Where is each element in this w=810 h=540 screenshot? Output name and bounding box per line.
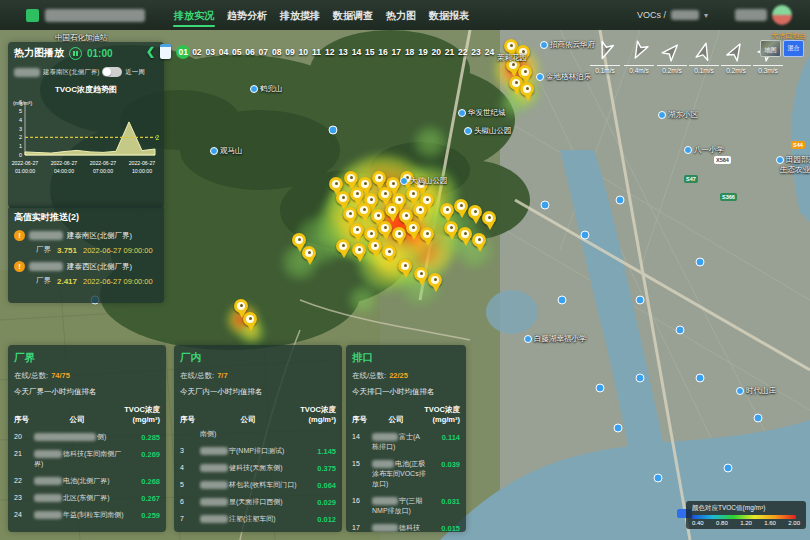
- poi-dot[interactable]: [636, 296, 645, 305]
- row-company: 电池(正极涂布车间VOCs排放口): [372, 459, 426, 489]
- pause-icon[interactable]: [69, 47, 82, 60]
- legend-tick: 0.80: [716, 520, 728, 526]
- table-row[interactable]: 21德科技(车间南侧厂界)0.269: [14, 449, 160, 469]
- wind-indicator-5: 0.2m/s: [721, 42, 751, 74]
- timeline-prev-icon[interactable]: ❮: [146, 45, 155, 58]
- map-pin[interactable]: [420, 227, 436, 248]
- map-mode-混合[interactable]: 混合: [783, 40, 804, 57]
- poi-dot[interactable]: [636, 374, 645, 383]
- nav-item-数据调查[interactable]: 数据调查: [330, 1, 376, 29]
- poi-dot[interactable]: [654, 474, 663, 483]
- push-item-1[interactable]: !建泰南区(北侧厂界)厂界3.7512022-06-27 09:00:00: [14, 230, 164, 255]
- avatar[interactable]: [772, 5, 792, 25]
- poi-dot[interactable]: [614, 424, 623, 433]
- online-label: 在线/总数:: [180, 371, 214, 380]
- vocs-selected-value-redacted[interactable]: [671, 10, 699, 20]
- map-pin[interactable]: [428, 273, 444, 294]
- hour-05[interactable]: 05: [230, 45, 243, 59]
- hour-20[interactable]: 20: [430, 45, 443, 59]
- hour-19[interactable]: 19: [416, 45, 429, 59]
- table-row[interactable]: 5林包装(收料车间门口)0.064: [180, 480, 336, 490]
- hour-06[interactable]: 06: [243, 45, 256, 59]
- table-row[interactable]: 15电池(正极涂布车间VOCs排放口)0.039: [352, 459, 460, 489]
- topbar-right: VOCs / ▾: [637, 5, 792, 25]
- push-item-2[interactable]: !建泰西区(北侧厂界)厂界2.4172022-06-27 09:00:00: [14, 261, 164, 286]
- table-row[interactable]: 7注塑(注塑车间)0.012: [180, 514, 336, 524]
- map-pin[interactable]: [302, 246, 318, 267]
- map-pin[interactable]: [382, 245, 398, 266]
- hour-02[interactable]: 02: [190, 45, 203, 59]
- hour-10[interactable]: 10: [297, 45, 310, 59]
- wind-speed-label: 0.3m/s: [753, 65, 783, 74]
- map-pin[interactable]: [482, 211, 498, 232]
- nav-item-排放实况[interactable]: 排放实况: [171, 1, 217, 29]
- table-row[interactable]: 3宇(NMP排口测试)1.145: [180, 446, 336, 456]
- svg-text:2022-06-27: 2022-06-27: [51, 160, 78, 166]
- hour-22[interactable]: 22: [456, 45, 469, 59]
- wind-indicator-3: 0.2m/s: [657, 42, 687, 74]
- wind-indicator-4: 0.1m/s: [689, 42, 719, 74]
- poi-dot[interactable]: [676, 326, 685, 335]
- poi-dot[interactable]: [541, 201, 550, 210]
- hour-01[interactable]: 01: [176, 45, 190, 59]
- push-value: 2.417: [57, 277, 77, 286]
- nav-item-热力图[interactable]: 热力图: [383, 1, 419, 29]
- poi-dot[interactable]: [596, 384, 605, 393]
- hour-18[interactable]: 18: [403, 45, 416, 59]
- push-time: 2022-06-27 09:00:00: [83, 246, 153, 255]
- map-pin[interactable]: [398, 259, 414, 280]
- row-no: 21: [14, 449, 34, 457]
- table-row[interactable]: 23北区(东侧厂界)0.267: [14, 493, 160, 503]
- hour-09[interactable]: 09: [283, 45, 296, 59]
- nav-item-排放摸排[interactable]: 排放摸排: [277, 1, 323, 29]
- hour-13[interactable]: 13: [336, 45, 349, 59]
- chevron-down-icon[interactable]: ▾: [704, 11, 708, 20]
- map-mode-地图[interactable]: 地图: [760, 40, 781, 57]
- hour-17[interactable]: 17: [390, 45, 403, 59]
- hour-14[interactable]: 14: [350, 45, 363, 59]
- nav-item-数据报表[interactable]: 数据报表: [426, 1, 472, 29]
- week-range-toggle[interactable]: [102, 67, 122, 77]
- hour-16[interactable]: 16: [376, 45, 389, 59]
- poi-dot[interactable]: [724, 464, 733, 473]
- hour-24[interactable]: 24: [483, 45, 496, 59]
- hour-12[interactable]: 12: [323, 45, 336, 59]
- table-row[interactable]: 4健科技(天面东侧)0.375: [180, 463, 336, 473]
- hour-21[interactable]: 21: [443, 45, 456, 59]
- poi-dot[interactable]: [329, 126, 338, 135]
- map-pin[interactable]: [472, 233, 488, 254]
- poi-dot[interactable]: [581, 231, 590, 240]
- table-row[interactable]: 16宇(三期NMP排放口)0.031: [352, 496, 460, 516]
- hour-08[interactable]: 08: [270, 45, 283, 59]
- table-row[interactable]: 14富士(A栋排口)0.114: [352, 432, 460, 452]
- poi-dot[interactable]: [696, 374, 705, 383]
- table-row[interactable]: 6显(天面排口西侧)0.029: [180, 497, 336, 507]
- table-row[interactable]: 20侧)0.285: [14, 432, 160, 442]
- hour-11[interactable]: 11: [310, 45, 323, 59]
- poi-dot[interactable]: [558, 296, 567, 305]
- hour-07[interactable]: 07: [257, 45, 270, 59]
- hour-04[interactable]: 04: [217, 45, 230, 59]
- hour-03[interactable]: 03: [204, 45, 217, 59]
- poi-dot[interactable]: [754, 414, 763, 423]
- range-label: 近一周: [125, 68, 145, 77]
- map-pin[interactable]: [243, 312, 259, 333]
- nav-item-趋势分析[interactable]: 趋势分析: [224, 1, 270, 29]
- map-pin-tail: [462, 239, 470, 246]
- map-pin[interactable]: [520, 82, 536, 103]
- table-row[interactable]: 17德科技(FHVP1007)0.015: [352, 523, 460, 532]
- poi-dot[interactable]: [696, 258, 705, 267]
- calendar-icon[interactable]: [160, 44, 171, 59]
- map-label-text: 田园部落: [786, 155, 810, 165]
- poi-dot[interactable]: [616, 196, 625, 205]
- map-pin[interactable]: [336, 239, 352, 260]
- hour-15[interactable]: 15: [363, 45, 376, 59]
- table-row[interactable]: 22电池(北侧厂界)0.268: [14, 476, 160, 486]
- row-company: 侧): [34, 432, 126, 442]
- company-redacted: [200, 481, 228, 489]
- table-row[interactable]: 24年益(制粒车间南侧)0.259: [14, 510, 160, 520]
- row-value: 0.259: [126, 510, 160, 520]
- map-pin[interactable]: [352, 243, 368, 264]
- hour-23[interactable]: 23: [469, 45, 482, 59]
- wind-speed-label: 0.2m/s: [657, 65, 687, 74]
